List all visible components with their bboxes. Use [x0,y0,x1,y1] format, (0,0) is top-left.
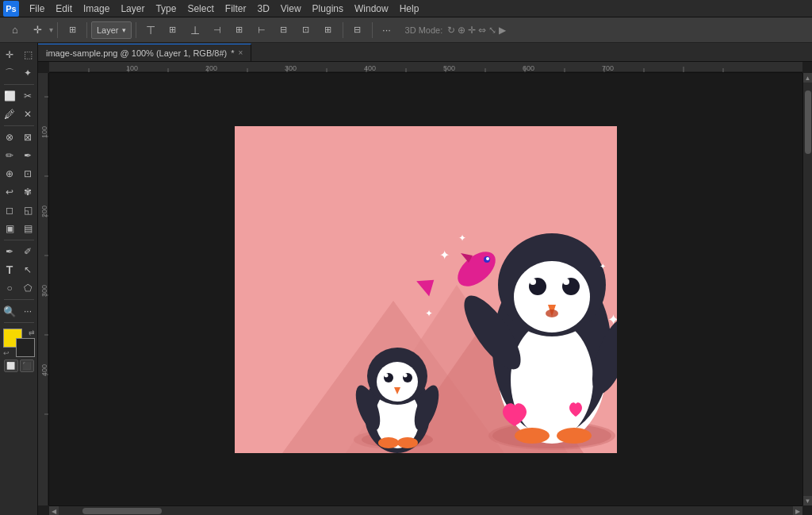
distribute-hcenter-btn[interactable]: ⊟ [347,20,368,40]
distribute-bottom-btn[interactable]: ⊞ [318,20,339,40]
move-tool-chevron[interactable]: ▾ [49,25,53,34]
transform-controls-btn[interactable]: ⊞ [62,20,82,40]
3d-slide-icon[interactable]: ⇔ [478,25,486,36]
tab-close-btn[interactable]: × [239,48,243,57]
menu-window[interactable]: Window [349,2,394,16]
distribute-vcenter-btn[interactable]: ⊡ [296,20,316,40]
svg-text:100: 100 [126,64,138,72]
menu-plugins[interactable]: Plugins [307,2,349,16]
options-bar: ⌂ ✛ ▾ ⊞ Layer ▾ ⊤ ⊞ ⊥ ⊤ ⊞ ⊥ ⊟ ⊡ ⊞ ⊟ ··· … [0,17,812,43]
tool-separator-3 [4,240,34,240]
heal-tool[interactable]: ⊗ [1,129,18,146]
bg-eraser-tool[interactable]: ◱ [19,202,36,219]
3d-orbit-icon[interactable]: ⊕ [458,25,465,36]
canvas-tab[interactable]: image-sample.png @ 100% (Layer 1, RGB/8#… [38,44,251,61]
3d-pan-icon[interactable]: ✛ [468,25,476,36]
distribute-top-btn[interactable]: ⊟ [274,20,294,40]
hand-tool[interactable]: ··· [19,302,36,320]
menu-view[interactable]: View [275,2,307,16]
3d-rotate-icon[interactable]: ↻ [447,25,455,36]
brush-tool[interactable]: ✏ [1,147,18,164]
menu-layer[interactable]: Layer [115,2,150,16]
shape-tool[interactable]: ○ [1,279,18,297]
measure-tool[interactable]: ✕ [19,106,36,123]
separator-2 [86,22,87,38]
canvas-area[interactable]: ✦ ✦ [49,73,802,505]
menu-help[interactable]: Help [394,2,425,16]
3d-video-icon[interactable]: ▶ [499,25,506,36]
art-history-tool[interactable]: ✾ [19,183,36,201]
tool-pen-freeform: ✒ ✐ [1,243,36,260]
swap-colors-btn[interactable]: ⇄ [29,329,35,336]
scroll-thumb-vertical[interactable] [805,90,811,154]
svg-point-61 [515,428,550,444]
menu-select[interactable]: Select [182,2,219,16]
reset-colors-btn[interactable]: ↩ [3,349,10,357]
pencil-tool[interactable]: ✒ [19,147,36,164]
3d-scale-icon[interactable]: ⤡ [488,25,496,36]
svg-text:✦: ✦ [458,233,466,244]
menu-file[interactable]: File [24,2,50,16]
align-top-btn[interactable]: ⊤ [140,20,161,40]
align-hcenter-btn[interactable]: ⊞ [229,20,250,40]
clone-tool[interactable]: ⊕ [1,165,18,183]
move-tool[interactable]: ✛ [1,46,18,63]
gradient-tool[interactable]: ▣ [1,220,18,237]
marquee-tool[interactable]: ⬚ [19,46,36,63]
scroll-down-btn[interactable]: ▼ [803,496,812,505]
pen-tool[interactable]: ✒ [1,243,18,260]
crop-tool[interactable]: ⬜ [1,87,18,105]
eyedropper-tool[interactable]: 🖉 [1,106,18,123]
standard-mode-btn[interactable]: ⬜ [4,359,18,372]
tool-crop-slice: ⬜ ✂ [1,87,36,105]
eraser-tool[interactable]: ◻ [1,202,18,219]
svg-point-66 [486,257,489,260]
left-tool-panel: ✛ ⬚ ⌒ ✦ ⬜ ✂ 🖉 ✕ ⊗ ⊠ ✏ ✒ ⊕ ⊡ ↩ [0,43,38,515]
align-right-btn[interactable]: ⊥ [251,20,272,40]
layer-dropdown-arrow: ▾ [122,26,126,34]
tool-separator-1 [4,84,34,85]
3d-mode-label: 3D Mode: [405,25,443,35]
background-color[interactable] [16,338,35,357]
scroll-left-btn[interactable]: ◀ [49,506,59,515]
text-tool[interactable]: T [1,261,18,279]
menu-edit[interactable]: Edit [50,2,78,16]
path-select-tool[interactable]: ↖ [19,261,36,279]
align-left-btn[interactable]: ⊤ [207,20,228,40]
scroll-up-btn[interactable]: ▲ [803,73,812,83]
separator-3 [136,22,136,38]
menu-image[interactable]: Image [78,2,115,16]
menu-filter[interactable]: Filter [220,2,252,16]
tool-brush-pencil: ✏ ✒ [1,147,36,164]
svg-text:300: 300 [40,285,48,297]
home-button[interactable]: ⌂ [5,20,25,40]
slice-tool[interactable]: ✂ [19,87,36,105]
custom-shape-tool[interactable]: ⬠ [19,279,36,297]
tool-separator-4 [4,299,34,300]
tab-modified: * [231,48,234,58]
svg-text:700: 700 [602,64,614,72]
menu-type[interactable]: Type [150,2,182,16]
zoom-tool[interactable]: 🔍 [1,302,18,320]
quick-mask-btn[interactable]: ⬛ [20,359,34,372]
pattern-tool[interactable]: ⊡ [19,165,36,183]
align-bottom-btn[interactable]: ⊥ [185,20,205,40]
scroll-right-btn[interactable]: ▶ [793,506,802,515]
scroll-thumb-horizontal[interactable] [82,508,162,514]
layer-dropdown[interactable]: Layer ▾ [91,21,132,39]
svg-text:500: 500 [443,64,455,72]
svg-point-79 [385,373,389,377]
freeform-pen-tool[interactable]: ✐ [19,243,36,260]
magic-wand-tool[interactable]: ✦ [19,64,36,82]
spot-tool[interactable]: ⊠ [19,129,36,146]
move-tool-btn[interactable]: ✛ [27,20,48,40]
tool-move-marquee: ✛ ⬚ [1,46,36,63]
menu-3d[interactable]: 3D [251,2,274,16]
history-tool[interactable]: ↩ [1,183,18,201]
right-scrollbar[interactable]: ▲ ▼ [802,73,812,505]
more-options-btn[interactable]: ··· [377,20,397,40]
separator-1 [57,22,58,38]
lasso-tool[interactable]: ⌒ [1,64,18,82]
paint-bucket-tool[interactable]: ▤ [19,220,36,237]
align-vcenter-btn[interactable]: ⊞ [163,20,183,40]
